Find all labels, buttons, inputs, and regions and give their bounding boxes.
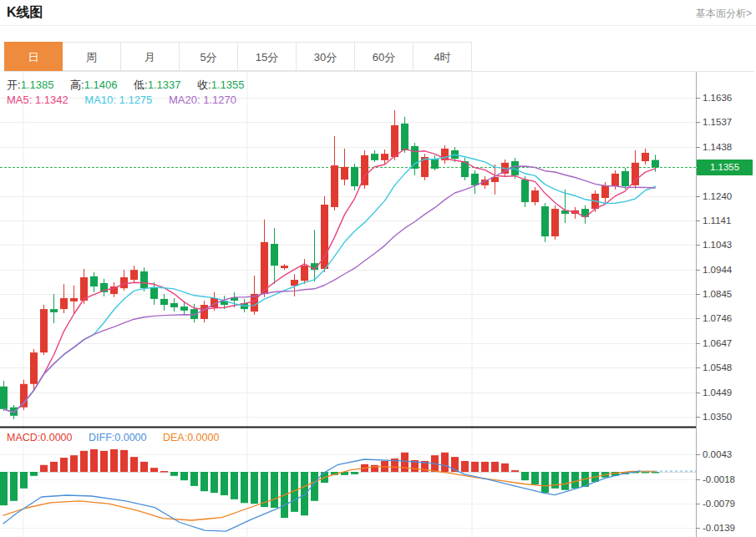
close-value: 1.1355 bbox=[211, 79, 245, 91]
price-axis-label: 1.1141 bbox=[703, 215, 731, 226]
ma20-value: 1.1270 bbox=[203, 94, 236, 106]
tab-日[interactable]: 日 bbox=[4, 42, 63, 71]
period-tab-bar: 日周月5分15分30分60分4时 bbox=[4, 42, 754, 72]
fundamental-analysis-link[interactable]: 基本面分析> bbox=[696, 7, 752, 21]
ma-legend: MA5: 1.1342 MA10: 1.1275 MA20: 1.1270 bbox=[7, 94, 250, 106]
price-axis-label: 1.1537 bbox=[703, 116, 732, 128]
high-label: 高: bbox=[70, 79, 84, 91]
high-value: 1.1406 bbox=[84, 79, 118, 91]
price-axis-label: 1.1240 bbox=[703, 190, 732, 202]
last-price-badge: 1.1355 bbox=[697, 160, 753, 175]
tab-15分[interactable]: 15分 bbox=[238, 42, 297, 71]
diff-value: 0.0000 bbox=[114, 432, 146, 443]
price-axis-label: 1.0647 bbox=[703, 337, 732, 349]
dea-value: 0.0000 bbox=[187, 432, 219, 443]
price-axis-label: 1.1636 bbox=[703, 92, 732, 104]
open-value: 1.1385 bbox=[21, 79, 54, 91]
price-axis-label: 1.0845 bbox=[703, 288, 732, 300]
open-label: 开: bbox=[7, 79, 21, 91]
price-axis-label: 1.0746 bbox=[703, 312, 732, 324]
tab-4时[interactable]: 4时 bbox=[414, 42, 472, 71]
ma10-label: MA10: bbox=[84, 94, 116, 106]
close-label: 收: bbox=[197, 79, 211, 91]
ma5-value: 1.1342 bbox=[35, 94, 68, 106]
macd-value: 0.0000 bbox=[40, 432, 72, 443]
macd-axis-label: -0.0018 bbox=[703, 474, 735, 485]
low-label: 低: bbox=[134, 79, 148, 91]
macd-axis-label: 0.0043 bbox=[703, 448, 732, 460]
tab-60分[interactable]: 60分 bbox=[355, 42, 414, 71]
tab-5分[interactable]: 5分 bbox=[180, 42, 238, 71]
price-axis-label: 1.1043 bbox=[703, 239, 732, 251]
tab-30分[interactable]: 30分 bbox=[297, 42, 355, 71]
dea-label: DEA: bbox=[163, 432, 187, 443]
price-axis-label: 1.0944 bbox=[703, 264, 732, 276]
ohlc-legend: 开:1.1385 高:1.1406 低:1.1337 收:1.1355 bbox=[7, 78, 257, 93]
tab-周[interactable]: 周 bbox=[63, 42, 121, 71]
price-axis-label: 1.0548 bbox=[703, 362, 732, 373]
macd-legend: MACD:0.0000 DIFF:0.0000 DEA:0.0000 bbox=[7, 432, 232, 443]
macd-label: MACD: bbox=[7, 432, 40, 443]
macd-axis-label: -0.0079 bbox=[703, 498, 735, 509]
page-title: K线图 bbox=[7, 4, 43, 22]
ma5-label: MA5: bbox=[7, 94, 32, 106]
tab-月[interactable]: 月 bbox=[121, 42, 180, 71]
price-axis-label: 1.1438 bbox=[703, 141, 732, 153]
low-value: 1.1337 bbox=[148, 79, 181, 91]
diff-label: DIFF: bbox=[89, 432, 114, 443]
price-axis-label: 1.0350 bbox=[703, 411, 732, 423]
ma20-label: MA20: bbox=[169, 94, 200, 106]
price-axis-label: 1.0449 bbox=[703, 387, 732, 398]
ma10-value: 1.1275 bbox=[119, 94, 153, 106]
macd-axis-label: -0.0139 bbox=[703, 522, 735, 534]
